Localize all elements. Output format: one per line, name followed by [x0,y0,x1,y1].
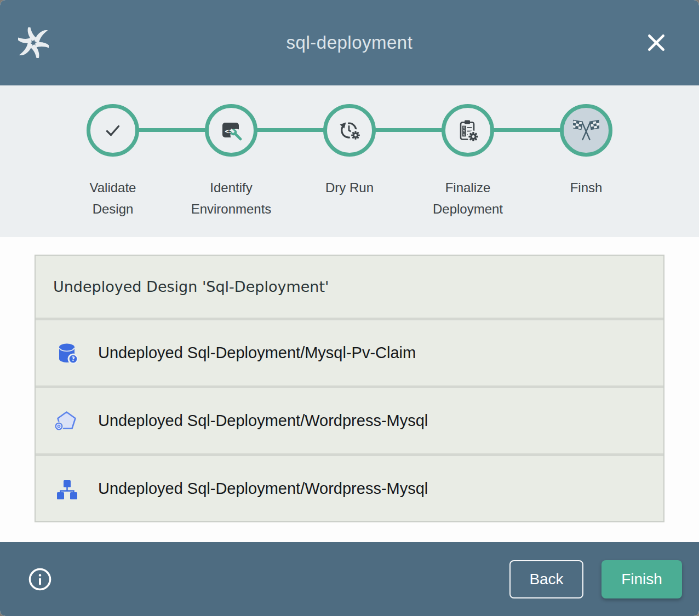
deployment-wizard-dialog: sql-deployment Validate Design [0,0,699,616]
step-label: Finalize Deployment [424,177,512,220]
wizard-stepper: Validate Design <> Identify [0,85,699,237]
database-icon: ? [54,340,80,366]
status-panel-header: Undeployed Design 'Sql-Deployment' [36,256,663,318]
step-label: Finsh [570,177,603,199]
close-icon [646,32,667,53]
step-identify-environments: <> Identify Environments [172,104,290,220]
checkered-flags-icon [573,117,599,143]
step-validate-design-circle[interactable] [87,104,139,157]
history-gear-icon [336,117,363,143]
step-validate-design: Validate Design [54,104,172,220]
step-finalize-deployment-circle[interactable] [442,104,494,157]
deployment-status-area: Undeployed Design 'Sql-Deployment' ? Und… [0,237,699,542]
list-item: Undeployed Sql-Deployment/Wordpress-Mysq… [36,456,663,521]
close-button[interactable] [645,32,667,54]
info-button[interactable] [27,567,53,592]
pinwheel-logo-icon [18,27,49,58]
clipboard-gear-icon [455,117,481,143]
step-label: Dry Run [325,177,374,199]
status-header-text: Undeployed Design 'Sql-Deployment' [53,278,329,295]
step-dry-run-circle[interactable] [323,104,376,157]
dialog-footer: Back Finish [0,542,699,616]
list-item-text: Undeployed Sql-Deployment/Wordpress-Mysq… [98,480,428,498]
step-label: Validate Design [69,177,157,220]
back-button[interactable]: Back [509,560,583,598]
list-item: Undeployed Sql-Deployment/Wordpress-Mysq… [36,388,663,453]
step-dry-run: Dry Run [290,104,409,220]
code-wrench-icon: <> [218,117,244,143]
list-item-text: Undeployed Sql-Deployment/Wordpress-Mysq… [98,412,428,430]
step-label: Identify Environments [187,177,275,220]
finish-button[interactable]: Finish [601,560,682,598]
step-finish: Finsh [527,104,645,220]
list-item: ? Undeployed Sql-Deployment/Mysql-Pv-Cla… [36,320,663,385]
pentagon-node-icon [54,408,80,434]
svg-text:?: ? [71,355,75,362]
check-icon [100,117,126,143]
step-identify-environments-circle[interactable]: <> [205,104,257,157]
step-finish-circle[interactable] [560,104,612,157]
info-icon [27,567,53,592]
step-finalize-deployment: Finalize Deployment [409,104,527,220]
tree-hierarchy-icon [54,476,80,502]
dialog-header: sql-deployment [0,0,699,85]
deployment-status-panel: Undeployed Design 'Sql-Deployment' ? Und… [35,255,664,522]
dialog-title: sql-deployment [287,32,413,53]
list-item-text: Undeployed Sql-Deployment/Mysql-Pv-Claim [98,344,416,362]
